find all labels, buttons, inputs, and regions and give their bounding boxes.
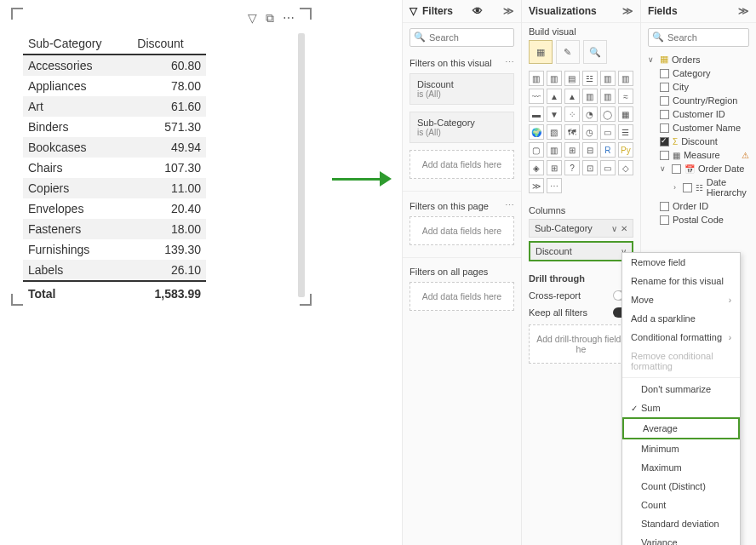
table-row[interactable]: Envelopes20.40 [23,198,206,219]
menu-count-distinct[interactable]: Count (Distinct) [622,477,740,496]
viz-kpi-icon[interactable]: ▢ [529,142,544,158]
viz-ribbon-icon[interactable]: ≈ [618,89,633,104]
add-visual-filter[interactable]: Add data fields here [410,150,514,179]
field-measure[interactable]: ▦Measure⚠ [644,148,753,162]
viz-card-icon[interactable]: ▭ [600,124,616,140]
table-row[interactable]: Art61.60 [23,96,206,117]
viz-qa-icon[interactable]: ? [564,160,580,175]
viz-area-icon[interactable]: ▲ [547,89,562,104]
fields-search[interactable]: 🔍 [648,28,749,47]
viz-line-column2-icon[interactable]: ▥ [600,89,616,104]
eye-icon[interactable]: 👁 [472,5,483,17]
field-order-date[interactable]: ∨📅Order Date [644,162,753,175]
chevron-down-icon[interactable]: ∨ [611,224,617,233]
add-all-filter[interactable]: Add data fields here [410,282,514,311]
viz-matrix-icon[interactable]: ⊟ [582,142,598,158]
field-country[interactable]: Country/Region [644,94,753,107]
field-discount[interactable]: ΣDiscount [644,135,753,148]
menu-conditional[interactable]: Conditional formatting› [622,328,740,347]
format-mode-icon[interactable]: ✎ [556,40,580,64]
table-orders[interactable]: ∨▦Orders [644,52,753,66]
viz-paginated-icon[interactable]: ▭ [600,160,616,175]
viz-line-column-icon[interactable]: ▥ [582,89,598,104]
viz-clustered-column-icon[interactable]: ☳ [582,71,598,86]
remove-field-icon[interactable]: ✕ [621,224,627,233]
viz-custom-icon[interactable]: ⋯ [547,178,562,193]
filter-card-discount[interactable]: Discount is (All) [410,73,514,105]
menu-dont-summarize[interactable]: Don't summarize [622,380,740,399]
viz-decomposition-icon[interactable]: ⊞ [547,160,562,175]
field-category[interactable]: Category [644,66,753,80]
viz-stacked-bar-icon[interactable]: ▥ [529,71,544,86]
add-page-filter[interactable]: Add data fields here [410,216,514,245]
table-row[interactable]: Binders571.30 [23,117,206,137]
checkbox[interactable] [660,137,669,146]
checkbox[interactable] [660,151,669,160]
checkbox[interactable] [683,183,692,192]
more-icon[interactable]: ⋯ [283,11,295,26]
filters-search[interactable]: 🔍 [410,28,514,47]
menu-move[interactable]: Move› [622,290,740,309]
filter-card-subcat[interactable]: Sub-Category is (All) [410,112,514,143]
collapse-icon[interactable]: ≫ [503,5,514,17]
analytics-mode-icon[interactable]: 🔍 [583,40,607,64]
menu-sparkline[interactable]: Add a sparkline [622,309,740,328]
menu-count[interactable]: Count [622,496,740,514]
field-city[interactable]: City [644,80,753,94]
viz-table-icon[interactable]: ⊞ [564,142,580,158]
focus-icon[interactable]: ⧉ [266,11,274,26]
viz-waterfall-icon[interactable]: ▬ [529,106,544,122]
field-well-discount[interactable]: Discount∨ [529,241,633,261]
section-more-icon[interactable]: ⋯ [505,57,514,68]
checkbox[interactable] [660,202,669,211]
menu-variance[interactable]: Variance [622,533,740,545]
field-postal[interactable]: Postal Code [644,213,753,227]
table-row[interactable]: Fasteners18.00 [23,219,206,239]
col-header-discount[interactable]: Discount [132,33,206,54]
table-row[interactable]: Chairs107.30 [23,158,206,178]
table-row[interactable]: Labels26.10 [23,260,206,281]
viz-funnel-icon[interactable]: ▼ [547,106,562,122]
viz-stacked-column-icon[interactable]: ▥ [547,71,562,86]
field-customer-id[interactable]: Customer ID [644,107,753,121]
menu-minimum[interactable]: Minimum [622,439,740,458]
viz-100-bar-icon[interactable]: ▥ [600,71,616,86]
col-header-subcat[interactable]: Sub-Category [23,33,132,54]
menu-maximum[interactable]: Maximum [622,458,740,477]
viz-more-icon[interactable]: ≫ [529,178,544,193]
viz-filled-map-icon[interactable]: ▧ [547,124,562,140]
menu-std[interactable]: Standard deviation [622,514,740,533]
viz-narrative-icon[interactable]: ⊡ [582,160,598,175]
viz-treemap-icon[interactable]: ▦ [618,106,633,122]
resize-handle-bl[interactable] [11,294,23,306]
field-order-id[interactable]: Order ID [644,199,753,213]
viz-clustered-bar-icon[interactable]: ▤ [564,71,580,86]
menu-rename[interactable]: Rename for this visual [622,272,740,290]
viz-donut-icon[interactable]: ◯ [600,106,616,122]
table-row[interactable]: Appliances78.00 [23,76,206,96]
checkbox[interactable] [660,96,669,106]
viz-slicer-icon[interactable]: ▥ [547,142,562,158]
field-well-subcat[interactable]: Sub-Category∨✕ [529,219,633,238]
field-date-hierarchy[interactable]: ›☷Date Hierarchy [644,175,753,199]
resize-handle-tl[interactable] [11,8,23,20]
table-row[interactable]: Furnishings139.30 [23,239,206,260]
filter-icon[interactable]: ▽ [248,11,257,26]
viz-100-column-icon[interactable]: ▥ [618,71,633,86]
menu-remove-field[interactable]: Remove field [622,253,740,272]
checkbox[interactable] [660,123,669,133]
viz-powerapps-icon[interactable]: ◇ [618,160,633,175]
table-scrollbar[interactable] [298,33,305,297]
viz-multirow-icon[interactable]: ☰ [618,124,633,140]
viz-py-icon[interactable]: Py [618,142,633,158]
viz-key-influencers-icon[interactable]: ◈ [529,160,544,175]
viz-r-icon[interactable]: R [600,142,616,158]
resize-handle-tr[interactable] [300,8,312,20]
section-more-icon[interactable]: ⋯ [505,200,514,211]
checkbox[interactable] [660,83,669,92]
table-row[interactable]: Copiers11.00 [23,178,206,198]
checkbox[interactable] [660,110,669,119]
viz-map-icon[interactable]: 🌍 [529,124,544,140]
menu-sum[interactable]: ✓Sum [622,399,740,417]
collapse-icon[interactable]: ≫ [622,5,633,17]
